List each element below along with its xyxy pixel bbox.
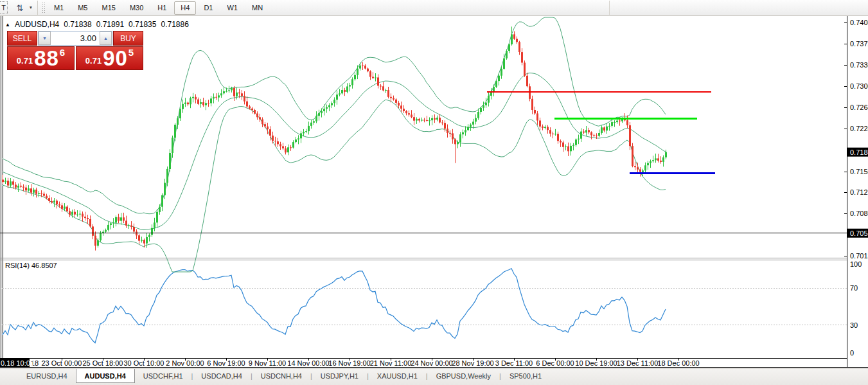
one-click-trading-panel: SELL ▼ 3.00 ▲ BUY 0.71 88 6 0.71 90 5 [7,31,143,70]
chart-window: 0.740800.737200.733600.730000.726400.722… [0,16,868,368]
time-tick-label: 13 Dec 11:00 [617,359,659,367]
high-value: 0.71891 [96,20,124,29]
timeframe-button-D1[interactable]: D1 [197,1,219,15]
time-tick-label: 16 Nov 19:00 [328,359,370,367]
toolbar-dropdown-caret-icon[interactable]: ▼ [29,5,33,10]
buy-price-prefix: 0.71 [85,56,102,66]
top-toolbar: T ⇅ ▼ M1M5M15M30H1H4D1W1MN [0,0,868,16]
sell-price-point: 6 [60,47,65,58]
timeframe-button-M1[interactable]: M1 [48,1,70,15]
timeframe-button-W1[interactable]: W1 [220,1,244,15]
time-tick-label: 2 Nov 00:00 [166,359,204,367]
chart-tab-usdcnh-h4[interactable]: USDCNH,H4 [252,369,310,382]
volume-increase-button[interactable]: ▲ [100,31,112,45]
price-tick-label: 0.71560 [850,168,868,175]
time-tick-label: 23 Oct 00:00 [42,359,82,367]
time-tick-label: 6 Dec 00:00 [536,359,574,367]
chart-tab-bar: EURUSD,H4AUDUSD,H4USDCHF,H1|USDCAD,H4|US… [0,368,868,385]
rsi-tick-label: 70 [850,284,858,292]
buy-price-point: 5 [128,47,134,58]
time-tick-label: 14 Nov 00:00 [287,359,329,367]
chart-tab-eurusd-h4[interactable]: EURUSD,H4 [18,369,76,382]
chart-tab-sp500-h1[interactable]: SP500,H1 [501,369,550,382]
low-value: 0.71835 [128,20,156,29]
price-tick-label: 0.73360 [850,61,868,69]
rsi-line [3,269,666,343]
rsi-tick-label: 30 [850,321,858,329]
price-axis [844,23,868,256]
sell-price-prefix: 0.71 [17,56,33,66]
sell-price-pips: 88 [34,49,59,68]
chart-tab-usdchf-h1[interactable]: USDCHF,H1 [135,369,191,382]
price-tick-label: 0.72280 [850,125,868,132]
price-tick-label: 0.74080 [850,19,868,26]
chart-tab-xauusd-h1[interactable]: XAUUSD,H1 [369,369,426,382]
close-value: 0.71886 [161,20,188,29]
time-tick-label: 6 Nov 19:00 [207,359,245,367]
timeframe-button-M15[interactable]: M15 [95,1,121,15]
time-tick-label: 30 Oct 10:00 [124,359,164,367]
timeframe-button-H1[interactable]: H1 [151,1,173,15]
time-tick-label: 24 Nov 00:00 [411,359,452,367]
open-value: 0.71838 [64,20,91,29]
chart-tab-usdcad-h4[interactable]: USDCAD,H4 [193,369,251,382]
time-tick-label: 25 Oct 18:00 [83,359,123,367]
rsi-value: 46.8507 [31,262,57,269]
highlighted-time-label: 0.18 10:00 [1,359,34,367]
toolbar-separator [609,1,610,15]
clipped-text-tool-button[interactable]: T [0,1,8,14]
chart-ohlc-header: ▲ AUDUSD,H4 0.71838 0.71891 0.71835 0.71… [5,20,189,29]
buy-button[interactable]: BUY [113,31,143,46]
rsi-indicator-label: RSI(14) 46.8507 [5,262,57,269]
toolbar-separator [37,1,38,15]
rsi-level-lines [0,288,847,325]
expand-triangle-icon[interactable]: ▲ [5,22,10,28]
hline-price-axis-label-text: 0.70514 [850,229,868,237]
time-tick-label: 3 Dec 11:00 [495,359,533,367]
swap-arrows-icon[interactable]: ⇅ [12,1,28,14]
sell-button[interactable]: SELL [7,31,37,46]
rsi-tick-label: 100 [850,260,862,268]
toolbar-drag-grip[interactable] [42,2,45,13]
volume-decrease-button[interactable]: ▼ [39,31,51,45]
time-tick-label: 28 Nov 19:00 [452,359,493,367]
current-price-axis-label-text: 0.71886 [850,148,868,156]
price-tick-label: 0.73720 [850,40,868,48]
rsi-tick-label: 0 [850,349,854,357]
price-tick-label: 0.72640 [850,103,868,111]
timeframe-button-M5[interactable]: M5 [71,1,94,15]
time-tick-label: 18 Dec 00:00 [657,359,699,367]
time-tick-label: 9 Nov 11:00 [249,359,287,367]
bollinger-middle [3,73,666,230]
price-tick-label: 0.70130 [850,252,868,260]
chart-tab-audusd-h4[interactable]: AUDUSD,H4 [76,369,135,383]
sell-price-box[interactable]: 0.71 88 6 [7,46,75,70]
bollinger-lower [3,100,666,272]
volume-input[interactable]: 3.00 [51,31,100,45]
rsi-name: RSI(14) [5,262,30,269]
volume-spinner: ▼ 3.00 ▲ [38,31,112,46]
chart-tab-usdjpy-h1[interactable]: USDJPY,H1 [312,369,367,382]
buy-price-pips: 90 [103,49,128,68]
chart-tab-gbpusd-weekly[interactable]: GBPUSD,Weekly [428,369,499,382]
timeframe-button-H4[interactable]: H4 [174,1,196,15]
price-tick-label: 0.70850 [850,210,868,217]
symbol-period-label: AUDUSD,H4 [15,20,59,29]
time-tick-label: 21 Nov 11:00 [370,359,412,367]
timeframe-button-group: M1M5M15M30H1H4D1W1MN [48,1,269,15]
timeframe-button-MN[interactable]: MN [245,1,269,15]
time-tick-label: 10 Dec 19:00 [575,359,617,367]
buy-price-box[interactable]: 0.71 90 5 [76,46,143,70]
timeframe-button-M30[interactable]: M30 [123,1,150,15]
price-tick-label: 0.73000 [850,82,868,90]
price-tick-label: 0.71210 [850,188,868,196]
